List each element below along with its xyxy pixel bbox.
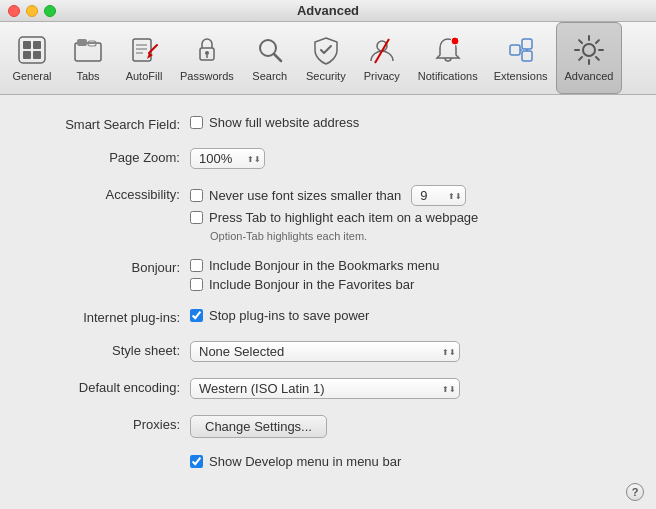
proxies-row: Proxies: Change Settings...: [30, 415, 626, 438]
window-title: Advanced: [297, 3, 359, 18]
advanced-icon: [573, 34, 605, 66]
content-area: Smart Search Field: Show full website ad…: [0, 95, 656, 509]
accessibility-tab-label[interactable]: Press Tab to highlight each item on a we…: [209, 210, 478, 225]
help-button[interactable]: ?: [626, 483, 644, 501]
toolbar-item-search[interactable]: Search: [242, 22, 298, 94]
toolbar-item-advanced[interactable]: Advanced: [556, 22, 623, 94]
svg-line-30: [596, 40, 599, 43]
svg-rect-6: [77, 39, 87, 46]
accessibility-helper-text: Option-Tab highlights each item.: [210, 230, 478, 242]
bonjour-bookmarks-label[interactable]: Include Bonjour in the Bookmarks menu: [209, 258, 440, 273]
tabs-icon: [72, 34, 104, 66]
bonjour-favorites-checkbox[interactable]: [190, 278, 203, 291]
font-size-select-wrapper: 9 10 11 12 14: [411, 185, 466, 206]
bonjour-bookmarks-checkbox[interactable]: [190, 259, 203, 272]
develop-menu-row: Show Develop menu in menu bar: [190, 454, 626, 469]
change-settings-button[interactable]: Change Settings...: [190, 415, 327, 438]
svg-point-23: [583, 44, 595, 56]
extensions-icon: [505, 34, 537, 66]
default-encoding-row: Default encoding: Western (ISO Latin 1) …: [30, 378, 626, 399]
content-wrapper: Smart Search Field: Show full website ad…: [0, 95, 656, 509]
accessibility-label: Accessibility:: [30, 185, 190, 202]
develop-menu-checkbox-row: Show Develop menu in menu bar: [190, 454, 401, 469]
page-zoom-select[interactable]: 75% 85% 90% 100% 110% 125% 150%: [190, 148, 265, 169]
internet-plugins-checkbox-row: Stop plug-ins to save power: [190, 308, 369, 323]
toolbar-item-autofill[interactable]: AutoFill: [116, 22, 172, 94]
notifications-icon: [432, 34, 464, 66]
autofill-label: AutoFill: [126, 70, 163, 82]
svg-rect-3: [23, 51, 31, 59]
smart-search-checkbox[interactable]: [190, 116, 203, 129]
toolbar: General Tabs AutoFill: [0, 22, 656, 95]
accessibility-controls: Never use font sizes smaller than 9 10 1…: [190, 185, 478, 242]
accessibility-font-label[interactable]: Never use font sizes smaller than: [209, 188, 401, 203]
page-zoom-controls: 75% 85% 90% 100% 110% 125% 150%: [190, 148, 265, 169]
svg-rect-4: [33, 51, 41, 59]
notifications-label: Notifications: [418, 70, 478, 82]
toolbar-item-security[interactable]: Security: [298, 22, 354, 94]
svg-line-29: [596, 57, 599, 60]
style-sheet-row: Style sheet: None Selected: [30, 341, 626, 362]
minimize-button[interactable]: [26, 5, 38, 17]
toolbar-item-general[interactable]: General: [4, 22, 60, 94]
develop-menu-checkbox-label[interactable]: Show Develop menu in menu bar: [209, 454, 401, 469]
toolbar-item-tabs[interactable]: Tabs: [60, 22, 116, 94]
bonjour-favorites-label[interactable]: Include Bonjour in the Favorites bar: [209, 277, 414, 292]
general-label: General: [12, 70, 51, 82]
internet-plugins-checkbox[interactable]: [190, 309, 203, 322]
svg-line-31: [579, 57, 582, 60]
smart-search-controls: Show full website address: [190, 115, 359, 130]
style-sheet-select[interactable]: None Selected: [190, 341, 460, 362]
accessibility-font-row: Never use font sizes smaller than 9 10 1…: [190, 185, 478, 206]
develop-menu-controls: Show Develop menu in menu bar: [190, 454, 401, 469]
accessibility-font-checkbox[interactable]: [190, 189, 203, 202]
search-icon: [254, 34, 286, 66]
style-sheet-select-wrapper: None Selected: [190, 341, 460, 362]
svg-rect-1: [23, 41, 31, 49]
accessibility-tab-checkbox[interactable]: [190, 211, 203, 224]
title-bar: Advanced: [0, 0, 656, 22]
svg-rect-2: [33, 41, 41, 49]
toolbar-item-privacy[interactable]: Privacy: [354, 22, 410, 94]
toolbar-item-notifications[interactable]: Notifications: [410, 22, 486, 94]
smart-search-checkbox-label[interactable]: Show full website address: [209, 115, 359, 130]
svg-rect-21: [522, 39, 532, 49]
page-zoom-row: Page Zoom: 75% 85% 90% 100% 110% 125% 15…: [30, 148, 626, 169]
security-icon: [310, 34, 342, 66]
bonjour-favorites-row: Include Bonjour in the Favorites bar: [190, 277, 440, 292]
proxies-controls: Change Settings...: [190, 415, 327, 438]
bonjour-row: Bonjour: Include Bonjour in the Bookmark…: [30, 258, 626, 292]
general-icon: [16, 34, 48, 66]
accessibility-tab-row: Press Tab to highlight each item on a we…: [190, 210, 478, 225]
passwords-icon: [191, 34, 223, 66]
page-zoom-label: Page Zoom:: [30, 148, 190, 165]
autofill-icon: [128, 34, 160, 66]
bonjour-label: Bonjour:: [30, 258, 190, 275]
maximize-button[interactable]: [44, 5, 56, 17]
extensions-label: Extensions: [494, 70, 548, 82]
proxies-label: Proxies:: [30, 415, 190, 432]
font-size-select[interactable]: 9 10 11 12 14: [411, 185, 466, 206]
default-encoding-select-wrapper: Western (ISO Latin 1) Unicode (UTF-8) Ja…: [190, 378, 460, 399]
default-encoding-controls: Western (ISO Latin 1) Unicode (UTF-8) Ja…: [190, 378, 460, 399]
passwords-label: Passwords: [180, 70, 234, 82]
develop-menu-checkbox[interactable]: [190, 455, 203, 468]
privacy-label: Privacy: [364, 70, 400, 82]
advanced-label: Advanced: [565, 70, 614, 82]
style-sheet-label: Style sheet:: [30, 341, 190, 358]
smart-search-label: Smart Search Field:: [30, 115, 190, 132]
toolbar-item-passwords[interactable]: Passwords: [172, 22, 242, 94]
bottom-bar: ?: [626, 483, 644, 501]
close-button[interactable]: [8, 5, 20, 17]
internet-plugins-checkbox-label[interactable]: Stop plug-ins to save power: [209, 308, 369, 323]
default-encoding-select[interactable]: Western (ISO Latin 1) Unicode (UTF-8) Ja…: [190, 378, 460, 399]
style-sheet-controls: None Selected: [190, 341, 460, 362]
svg-rect-20: [510, 45, 520, 55]
svg-line-16: [274, 54, 281, 61]
svg-line-28: [579, 40, 582, 43]
svg-line-18: [375, 39, 389, 63]
toolbar-item-extensions[interactable]: Extensions: [486, 22, 556, 94]
svg-rect-22: [522, 51, 532, 61]
internet-plugins-row: Internet plug-ins: Stop plug-ins to save…: [30, 308, 626, 325]
tabs-label: Tabs: [76, 70, 99, 82]
